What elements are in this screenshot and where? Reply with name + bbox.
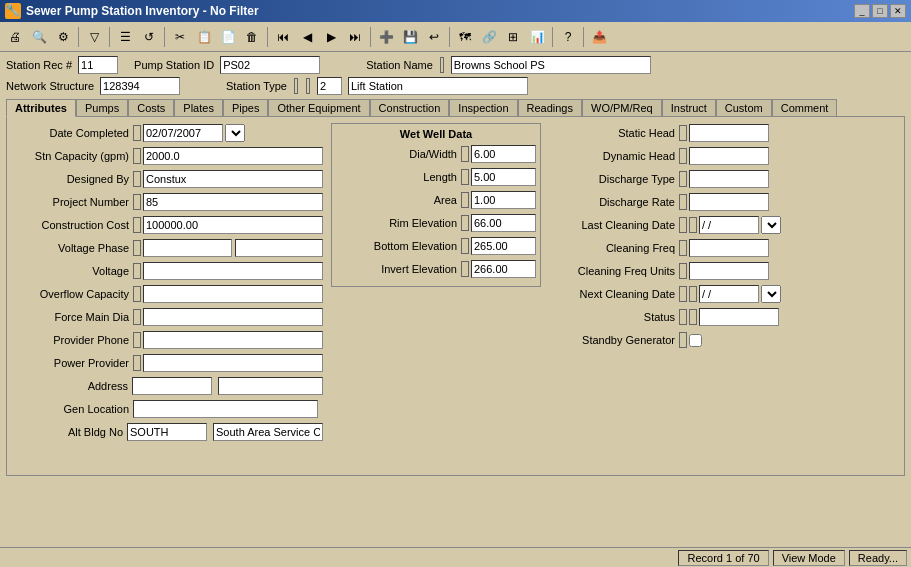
address-input2[interactable] (218, 377, 323, 395)
cut-button[interactable]: ✂ (169, 26, 191, 48)
tab-instruct[interactable]: Instruct (662, 99, 716, 117)
alt-bldg-input2[interactable] (213, 423, 323, 441)
minimize-button[interactable]: _ (854, 4, 870, 18)
cleaning-freq-input[interactable] (689, 239, 769, 257)
next-button[interactable]: ▶ (320, 26, 342, 48)
prev-button[interactable]: ◀ (296, 26, 318, 48)
tab-inspection[interactable]: Inspection (449, 99, 517, 117)
print-button[interactable]: 🖨 (4, 26, 26, 48)
designed-by-input[interactable] (143, 170, 323, 188)
voltage-phase-input2[interactable] (235, 239, 324, 257)
project-number-input[interactable] (143, 193, 323, 211)
add-button[interactable]: ➕ (375, 26, 397, 48)
tab-wo-pm-req[interactable]: WO/PM/Req (582, 99, 662, 117)
length-input[interactable] (471, 168, 536, 186)
provider-phone-row: Provider Phone (13, 330, 323, 350)
tab-custom[interactable]: Custom (716, 99, 772, 117)
next-cleaning-date-dropdown[interactable]: ▼ (761, 285, 781, 303)
dynamic-head-input[interactable] (689, 147, 769, 165)
pump-station-id-input[interactable] (220, 56, 320, 74)
tab-comment[interactable]: Comment (772, 99, 838, 117)
network-structure-input[interactable] (100, 77, 180, 95)
last-cleaning-date-dropdown[interactable]: ▼ (761, 216, 781, 234)
cleaning-freq-units-input[interactable] (689, 262, 769, 280)
construction-cost-input[interactable] (143, 216, 323, 234)
refresh-button[interactable]: ↺ (138, 26, 160, 48)
discharge-type-label: Discharge Type (549, 173, 679, 185)
wet-well-title: Wet Well Data (336, 128, 536, 140)
first-button[interactable]: ⏮ (272, 26, 294, 48)
view-mode-status: View Mode (773, 550, 845, 566)
force-main-dia-row: Force Main Dia (13, 307, 323, 327)
provider-phone-input[interactable] (143, 331, 323, 349)
power-provider-label: Power Provider (13, 357, 133, 369)
tab-other-equipment[interactable]: Other Equipment (268, 99, 369, 117)
bottom-elevation-input[interactable] (471, 237, 536, 255)
map-button[interactable]: 🗺 (454, 26, 476, 48)
bottom-elevation-indicator (461, 238, 469, 254)
dia-width-input[interactable] (471, 145, 536, 163)
stn-capacity-input[interactable] (143, 147, 323, 165)
tab-costs[interactable]: Costs (128, 99, 174, 117)
force-main-dia-indicator (133, 309, 141, 325)
delete-button[interactable]: 🗑 (241, 26, 263, 48)
construction-cost-label: Construction Cost (13, 219, 133, 231)
title-bar-controls[interactable]: _ □ ✕ (854, 4, 906, 18)
tab-construction[interactable]: Construction (370, 99, 450, 117)
next-cleaning-date-row: Next Cleaning Date ▼ (549, 284, 898, 304)
help-button[interactable]: ? (557, 26, 579, 48)
tab-pumps[interactable]: Pumps (76, 99, 128, 117)
station-rec-input[interactable] (78, 56, 118, 74)
station-type-text-input[interactable] (348, 77, 528, 95)
voltage-input[interactable] (143, 262, 323, 280)
header-row-1: Station Rec # Pump Station ID Station Na… (6, 56, 905, 74)
settings-button[interactable]: ⚙ (52, 26, 74, 48)
rim-elevation-input[interactable] (471, 214, 536, 232)
tab-plates[interactable]: Plates (174, 99, 223, 117)
date-completed-input[interactable] (143, 124, 223, 142)
overflow-capacity-input[interactable] (143, 285, 323, 303)
link-button[interactable]: 🔗 (478, 26, 500, 48)
export-button[interactable]: 📤 (588, 26, 610, 48)
rim-elevation-row: Rim Elevation (336, 213, 536, 233)
force-main-dia-input[interactable] (143, 308, 323, 326)
maximize-button[interactable]: □ (872, 4, 888, 18)
station-name-input[interactable] (451, 56, 651, 74)
paste-button[interactable]: 📄 (217, 26, 239, 48)
discharge-rate-input[interactable] (689, 193, 769, 211)
save-button[interactable]: 💾 (399, 26, 421, 48)
area-input[interactable] (471, 191, 536, 209)
station-type-num-input[interactable] (317, 77, 342, 95)
copy-button[interactable]: 📋 (193, 26, 215, 48)
cleaning-freq-row: Cleaning Freq (549, 238, 898, 258)
voltage-phase-input1[interactable] (143, 239, 232, 257)
chart-button[interactable]: 📊 (526, 26, 548, 48)
alt-bldg-label: Alt Bldg No (13, 426, 127, 438)
close-button[interactable]: ✕ (890, 4, 906, 18)
standby-generator-checkbox[interactable] (689, 334, 702, 347)
find-button[interactable]: 🔍 (28, 26, 50, 48)
alt-bldg-input1[interactable] (127, 423, 207, 441)
address-input1[interactable] (132, 377, 212, 395)
table-button[interactable]: ⊞ (502, 26, 524, 48)
invert-elevation-input[interactable] (471, 260, 536, 278)
static-head-input[interactable] (689, 124, 769, 142)
next-cleaning-date-input[interactable] (699, 285, 759, 303)
date-completed-dropdown[interactable]: ▼ (225, 124, 245, 142)
voltage-phase-indicator (133, 240, 141, 256)
rim-elevation-indicator (461, 215, 469, 231)
undo-button[interactable]: ↩ (423, 26, 445, 48)
tab-attributes[interactable]: Attributes (6, 99, 76, 117)
power-provider-input[interactable] (143, 354, 323, 372)
discharge-type-input[interactable] (689, 170, 769, 188)
view-button[interactable]: ☰ (114, 26, 136, 48)
last-button[interactable]: ⏭ (344, 26, 366, 48)
tab-pipes[interactable]: Pipes (223, 99, 269, 117)
gen-location-input[interactable] (133, 400, 318, 418)
filter-button[interactable]: ▽ (83, 26, 105, 48)
status-input[interactable] (699, 308, 779, 326)
last-cleaning-date-input[interactable] (699, 216, 759, 234)
pump-station-id-label: Pump Station ID (134, 59, 214, 71)
date-completed-row: Date Completed ▼ (13, 123, 323, 143)
tab-readings[interactable]: Readings (518, 99, 582, 117)
